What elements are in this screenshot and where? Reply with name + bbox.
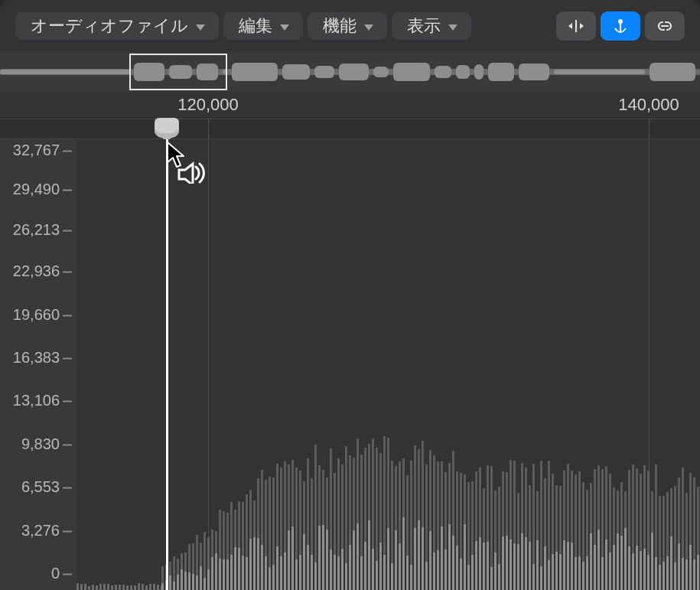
y-tick-label: 22,936 [13,262,72,280]
timeline-ruler[interactable]: 120,000 140,000 [0,92,700,119]
y-tick-label: 32,767 [13,142,72,159]
waveform-canvas[interactable] [77,139,700,590]
ruler-tick-label: 120,000 [177,95,239,115]
link-button[interactable] [645,11,685,41]
chevron-down-icon [280,24,289,31]
ruler-tick-label: 140,000 [618,95,679,115]
anchor-icon [610,18,631,34]
menu-label: 機能 [323,15,357,37]
y-tick-label: 26,213 [13,221,72,239]
playhead-strip[interactable] [0,119,700,139]
chevron-down-icon [448,24,457,31]
view-menu[interactable]: 表示 [392,12,471,40]
menu-label: オーディオファイル [31,15,188,37]
anchor-button[interactable] [601,11,640,41]
y-tick-label: 9,830 [21,435,72,453]
function-menu[interactable]: 機能 [308,12,387,40]
catch-playhead-icon [565,18,587,34]
y-tick-label: 6,553 [21,478,72,496]
ruler-tick [649,119,650,139]
playhead-handle[interactable] [155,118,179,138]
chevron-down-icon [364,24,373,31]
overview-waveform [0,58,700,86]
y-tick-label: 29,490 [13,181,72,198]
catch-playhead-button[interactable] [556,11,596,41]
y-tick-label: 16,383 [13,349,72,367]
overview-selection[interactable] [129,54,227,90]
svg-point-0 [618,19,623,24]
amplitude-axis: 32,767 29,490 26,213 22,936 19,660 16,38… [0,139,77,590]
link-icon [654,18,676,34]
menu-label: 表示 [407,15,441,37]
overview-strip[interactable] [0,52,700,92]
playhead-line [166,139,168,590]
waveform-bars [77,139,700,590]
edit-menu[interactable]: 編集 [223,12,303,40]
audio-file-menu[interactable]: オーディオファイル [15,12,219,40]
chevron-down-icon [196,24,205,31]
ruler-tick [208,119,209,139]
y-tick-label: 19,660 [13,306,72,324]
y-tick-label: 13,106 [13,392,72,409]
y-tick-label: 3,276 [21,522,72,539]
waveform-area[interactable]: 32,767 29,490 26,213 22,936 19,660 16,38… [0,139,700,590]
toolbar: オーディオファイル 編集 機能 表示 [0,0,700,52]
y-tick-label: 0 [51,565,72,582]
menu-label: 編集 [239,15,272,37]
